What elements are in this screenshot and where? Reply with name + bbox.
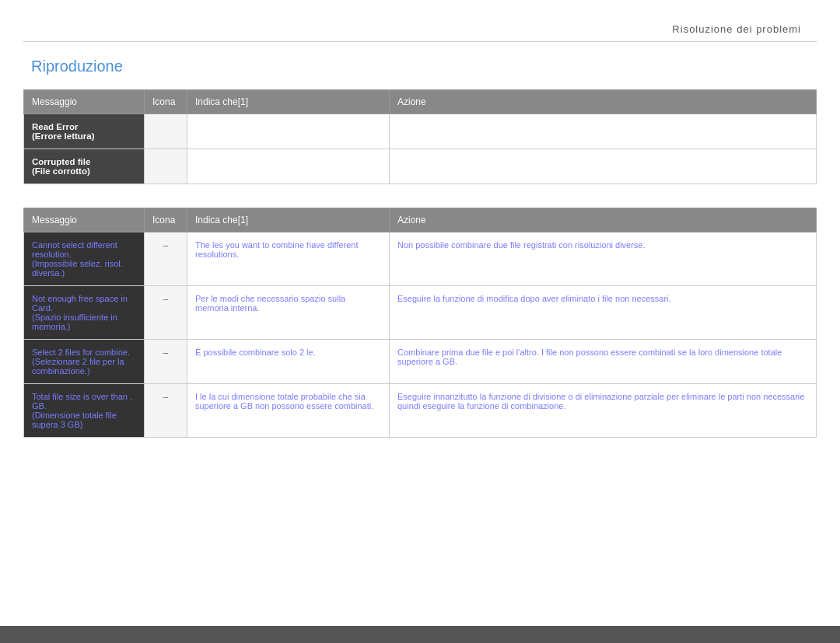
col-icona-2: Icona <box>145 208 187 232</box>
col-azione-1: Azione <box>390 90 817 114</box>
page: Risoluzione dei problemi Riproduzione Me… <box>0 0 840 643</box>
table-row: Read Error(Errore lettura) <box>24 114 817 149</box>
azione-cell <box>390 149 817 184</box>
table-row: Cannot select different resolution. (Imp… <box>24 232 817 286</box>
indica-totalsize: I le la cui dimensione totale probabile … <box>187 384 390 438</box>
indica-space: Per le modi che necessario spazio sulla … <box>187 286 390 340</box>
azione-space: Eseguire la funzione di modifica dopo av… <box>390 286 817 340</box>
msg-cell-read-error: Read Error(Errore lettura) <box>24 114 145 149</box>
col-azione-2: Azione <box>390 208 817 232</box>
icon-cell <box>145 149 187 184</box>
msg-cell-corrupted: Corrupted file(File corrotto) <box>24 149 145 184</box>
table-row: Total file size is over than . GB. (Dime… <box>24 384 817 438</box>
table-row: Not enough free space in Card. (Spazio i… <box>24 286 817 340</box>
icon-dash-4: – <box>145 384 187 438</box>
table-playback-errors: Messaggio Icona Indica che[1] Azione Can… <box>23 208 817 438</box>
col-indica-2: Indica che[1] <box>187 208 390 232</box>
col-icona-1: Icona <box>145 90 187 114</box>
table-row: Select 2 files for combine. (Selezionare… <box>24 340 817 384</box>
indica-2files: È possibile combinare solo 2 le. <box>187 340 390 384</box>
msg-select-2-files: Select 2 files for combine. (Selezionare… <box>24 340 145 384</box>
indica-resolutions: The les you want to combine have differe… <box>187 232 390 286</box>
page-title: Risoluzione dei problemi <box>672 23 801 35</box>
azione-totalsize: Eseguire innanzitutto la funzione di div… <box>390 384 817 438</box>
col-messaggio-2: Messaggio <box>24 208 145 232</box>
icon-dash-1: – <box>145 232 187 286</box>
indica-cell <box>187 149 390 184</box>
table-row: Corrupted file(File corrotto) <box>24 149 817 184</box>
msg-total-size: Total file size is over than . GB. (Dime… <box>24 384 145 438</box>
icon-cell <box>145 114 187 149</box>
indica-cell <box>187 114 390 149</box>
page-header: Risoluzione dei problemi <box>23 16 817 42</box>
icon-dash-2: – <box>145 286 187 340</box>
msg-not-enough-space: Not enough free space in Card. (Spazio i… <box>24 286 145 340</box>
azione-resolutions: Non possibile combinare due file registr… <box>390 232 817 286</box>
col-indica-1: Indica che[1] <box>187 90 390 114</box>
section-title: Riproduzione <box>31 58 817 75</box>
table-playback-basic: Messaggio Icona Indica che[1] Azione Rea… <box>23 89 817 184</box>
azione-cell <box>390 114 817 149</box>
footer-bar <box>0 626 840 643</box>
azione-2files: Combinare prima due file e poi l'altro. … <box>390 340 817 384</box>
icon-dash-3: – <box>145 340 187 384</box>
msg-cannot-select: Cannot select different resolution. (Imp… <box>24 232 145 286</box>
col-messaggio-1: Messaggio <box>24 90 145 114</box>
